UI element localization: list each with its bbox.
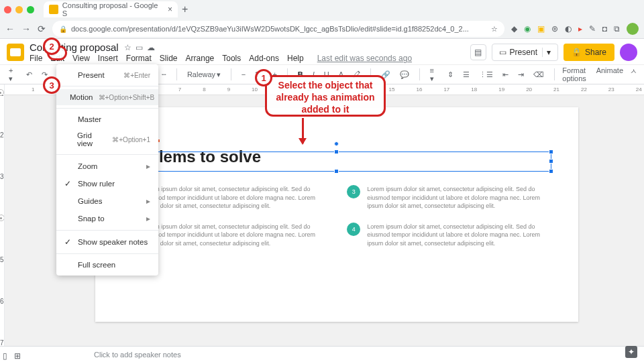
app-header: Consulting proposal ☆ ▭ ☁ File Edit View… [0, 39, 644, 64]
callout-arrow-icon [302, 118, 304, 143]
point-text[interactable]: Lorem ipsum dolor sit amet, consectetur … [367, 223, 551, 248]
comments-button[interactable]: ▤ [470, 44, 486, 60]
menu-item-show-ruler[interactable]: ✓Show ruler [56, 175, 158, 192]
ext-icon[interactable]: ◘ [602, 24, 607, 34]
footer-view-icons: ▯ ⊞ [3, 351, 21, 361]
insert-comment-button[interactable]: 💬 [398, 69, 411, 80]
selection-box[interactable] [122, 152, 551, 172]
slide-canvas[interactable]: Problems to solve 1Lorem ipsum dolor sit… [95, 107, 578, 322]
filmstrip-view-icon[interactable]: ▯ [3, 351, 7, 361]
speaker-notes[interactable]: Click to add speaker notes [0, 346, 644, 362]
font-size-decrease[interactable]: − [239, 69, 248, 80]
indent-decrease-button[interactable]: ⇤ [500, 69, 511, 80]
ext-icon[interactable]: ⧉ [614, 24, 620, 34]
point-text[interactable]: Lorem ipsum dolor sit amet, consectetur … [142, 223, 327, 248]
ext-icon[interactable]: ◐ [565, 24, 572, 34]
window-controls [4, 6, 34, 13]
menu-item-snap[interactable]: Snap to▸ [56, 210, 158, 227]
ext-icon[interactable]: ▣ [537, 24, 545, 34]
account-avatar[interactable] [620, 44, 637, 61]
address-row: ← → ⟳ 🔒 docs.google.com/presentation/d/1… [0, 19, 644, 39]
line-spacing-button[interactable]: ⇕ [445, 69, 455, 80]
star-icon[interactable]: ☆ [491, 25, 498, 34]
browser-tabs-row: Consulting proposal - Google S × + [0, 0, 644, 19]
point-text[interactable]: Lorem ipsum dolor sit amet, consectetur … [142, 185, 327, 210]
menu-insert[interactable]: Insert [98, 54, 118, 63]
browser-chrome: Consulting proposal - Google S × + ← → ⟳… [0, 0, 644, 39]
forward-icon[interactable]: → [21, 23, 31, 34]
menu-file[interactable]: File [30, 54, 42, 63]
extension-icons: ◆ ◉ ▣ ⊛ ◐ ▸ ✎ ◘ ⧉ [511, 23, 639, 35]
point-badge: 4 [347, 223, 360, 236]
border-dash-button[interactable]: ╌ [160, 69, 168, 80]
menu-item-guides[interactable]: Guides▸ [56, 192, 158, 210]
menu-item-zoom[interactable]: Zoom▸ [56, 158, 158, 175]
close-window-icon[interactable] [4, 6, 11, 13]
undo-button[interactable]: ↶ [24, 69, 34, 80]
indent-increase-button[interactable]: ⇥ [516, 69, 526, 80]
menu-help[interactable]: Help [287, 54, 304, 63]
view-menu-dropdown: Present⌘+Enter Motion⌘+Option+Shift+B Ma… [56, 64, 158, 276]
maximize-window-icon[interactable] [27, 6, 34, 13]
menu-arrange[interactable]: Arrange [186, 54, 215, 63]
browser-tab[interactable]: Consulting proposal - Google S × [44, 1, 178, 17]
slides-logo-icon[interactable] [7, 44, 24, 61]
ext-icon[interactable]: ▸ [578, 24, 582, 34]
slide-sidebar[interactable]: 1 Consulting Proposal 2 3 4 Problems to … [0, 84, 5, 346]
last-edit-link[interactable]: Last edit was seconds ago [317, 54, 412, 63]
align-button[interactable]: ≡ ▾ [428, 65, 440, 84]
profile-avatar-icon[interactable] [627, 23, 639, 35]
menu-item-gridview[interactable]: Grid view⌘+Option+1 [56, 127, 158, 152]
lock-icon: 🔒 [59, 25, 67, 33]
ext-icon[interactable]: ◆ [511, 24, 517, 34]
ext-icon[interactable]: ⊛ [551, 24, 558, 34]
animate-button[interactable]: Animate [596, 66, 623, 82]
share-button[interactable]: 🔒 Share [564, 44, 614, 61]
slide-body[interactable]: 1Lorem ipsum dolor sit amet, consectetur… [122, 185, 551, 248]
new-slide-button[interactable]: + ▾ [7, 65, 19, 84]
menu-item-speaker-notes[interactable]: ✓Show speaker notes [56, 233, 158, 251]
share-lock-icon: 🔒 [572, 48, 582, 57]
bulleted-list-button[interactable]: ⋮☰ [477, 69, 495, 80]
callout-text-1: Select the object that already has anima… [268, 79, 382, 116]
present-icon: ▭ [499, 48, 506, 57]
cloud-status-icon: ☁ [147, 43, 155, 52]
star-doc-icon[interactable]: ☆ [124, 43, 131, 52]
menu-addons[interactable]: Add-ons [249, 54, 279, 63]
font-select[interactable]: Raleway ▾ [185, 69, 223, 80]
menu-view[interactable]: View [72, 54, 90, 63]
menu-format[interactable]: Format [126, 54, 152, 63]
address-bar[interactable]: 🔒 docs.google.com/presentation/d/1eVQzSZ… [52, 21, 504, 37]
menu-tools[interactable]: Tools [222, 54, 241, 63]
menu-slide[interactable]: Slide [160, 54, 178, 63]
slides-favicon-icon [49, 5, 58, 14]
reload-icon[interactable]: ⟳ [38, 23, 46, 34]
menu-item-fullscreen[interactable]: Full screen [56, 257, 158, 273]
point-text[interactable]: Lorem ipsum dolor sit amet, consectetur … [367, 185, 551, 210]
callout-step-3: 3 [43, 76, 60, 94]
back-icon[interactable]: ← [5, 23, 15, 34]
explore-button[interactable]: ✦ [625, 346, 637, 358]
present-button[interactable]: ▭ Present ▾ [492, 44, 558, 61]
numbered-list-button[interactable]: ☰ [461, 69, 472, 80]
collapse-toolbar-icon[interactable]: ㅅ [630, 66, 637, 82]
callout-step-2: 2 [43, 38, 60, 55]
ext-icon[interactable]: ◉ [524, 24, 531, 34]
new-tab-button[interactable]: + [182, 3, 188, 15]
callout-step-1: 1 [255, 69, 272, 86]
menu-item-present[interactable]: Present⌘+Enter [56, 67, 158, 83]
tab-title: Consulting proposal - Google S [62, 1, 164, 17]
ext-icon[interactable]: ✎ [589, 24, 596, 34]
format-options-button[interactable]: Format options [562, 66, 589, 82]
clear-formatting-button[interactable]: ⌫ [531, 69, 546, 80]
tab-close-icon[interactable]: × [168, 5, 172, 14]
point-badge: 3 [347, 185, 360, 198]
present-dropdown-icon[interactable]: ▾ [542, 48, 551, 57]
menu-item-motion[interactable]: Motion⌘+Option+Shift+B [56, 89, 158, 105]
grid-view-icon[interactable]: ⊞ [14, 351, 21, 361]
move-doc-icon[interactable]: ▭ [136, 43, 143, 52]
minimize-window-icon[interactable] [15, 6, 23, 13]
menu-bar: File Edit View Insert Format Slide Arran… [30, 54, 412, 63]
menu-item-master[interactable]: Master [56, 111, 158, 127]
url-text: docs.google.com/presentation/d/1eVQzSZB9… [71, 25, 469, 33]
